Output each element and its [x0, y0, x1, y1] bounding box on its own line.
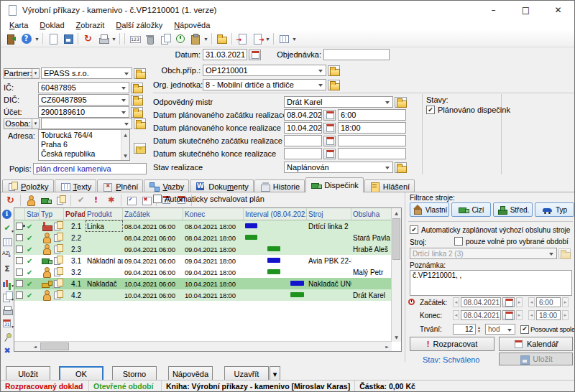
osoba-dropdown-button[interactable]: ▼ [32, 118, 40, 129]
datum-calendar-button[interactable] [249, 50, 261, 60]
column-header-select[interactable] [14, 208, 25, 220]
row-checkbox[interactable] [16, 257, 23, 264]
table-horizontal-scrollbar[interactable]: ◄ ► [14, 341, 392, 351]
help-button[interactable] [19, 32, 34, 46]
trvani-input[interactable]: 12 [453, 324, 476, 335]
gantt-bar-blue[interactable] [245, 223, 258, 228]
konec-date-next-button[interactable]: ► [516, 310, 523, 320]
ucet-folder-button[interactable] [131, 107, 143, 118]
menu-dal-z-lo-ky[interactable]: Další záložky [110, 20, 168, 30]
auto-zaplanovat-checkbox[interactable] [410, 225, 418, 234]
tab-dispe-ink[interactable]: Dispečink [305, 177, 364, 192]
tab-hl-en-[interactable]: Hlášení [364, 179, 415, 192]
osoba-combo[interactable] [41, 118, 132, 129]
posouvat-checkbox[interactable] [520, 325, 529, 334]
konec-time-input[interactable]: 18:00 [536, 310, 561, 320]
columns-button[interactable] [1, 236, 13, 248]
plan-start-date-input[interactable]: 08.04.2021 [284, 109, 322, 121]
close-button[interactable]: ✕ [542, 1, 574, 19]
exit-app-button[interactable] [4, 32, 19, 46]
paste-dropdown[interactable]: ▼ [203, 32, 209, 46]
konec-calendar-button[interactable] [502, 310, 515, 320]
column-header-Pořadí[interactable]: Pořadí [64, 208, 86, 220]
gantt-bar-green[interactable] [267, 246, 280, 251]
person-add-button[interactable] [23, 193, 38, 207]
minimize-button[interactable]: – [477, 1, 510, 19]
export-dropdown[interactable]: ▼ [264, 32, 271, 46]
skut-end-date-input[interactable] [284, 148, 322, 159]
export-button[interactable] [249, 32, 264, 46]
zacatek-time-input[interactable]: 6:00 [536, 297, 561, 307]
gantt-bar-blue[interactable] [290, 281, 303, 286]
row-checkbox[interactable] [16, 234, 23, 241]
column-header-Stroj[interactable]: Stroj [307, 208, 351, 220]
table-row[interactable]: ✔2.208.04.2021 06:0008.04.2021 18:00Star… [14, 232, 392, 243]
print-dropdown[interactable]: ▼ [111, 32, 117, 46]
dic-combo[interactable]: CZ60487895 [38, 94, 129, 106]
adresa-email-button[interactable] [134, 143, 146, 154]
stroj-folder-button[interactable] [558, 248, 571, 259]
filter-st-ed--button[interactable]: Střed. [493, 202, 533, 217]
check-green-button[interactable]: ✔▼ [1, 223, 13, 234]
grid-dropdown[interactable]: ▼ [291, 32, 298, 46]
orgjednotka-combo[interactable]: 8 - Mobilní drtiče a třidiče [203, 79, 326, 90]
ulozit-panel-button[interactable]: Uložit [499, 353, 573, 365]
print-button[interactable] [1, 304, 13, 316]
osoba-label-button[interactable]: Osoba: [4, 118, 32, 129]
popis-input[interactable]: plán drcení kameniva [33, 163, 147, 174]
trvani-spinner[interactable]: ▲▼ [477, 326, 481, 333]
paste-button[interactable] [188, 32, 203, 46]
zacatek-date-prev-button[interactable]: ◄ [453, 297, 459, 307]
copy-button[interactable] [157, 32, 172, 46]
pages-add-button[interactable] [53, 193, 68, 207]
row-checkbox[interactable] [16, 280, 23, 287]
menu-karta[interactable]: Karta [4, 20, 34, 30]
gantt-bar-green[interactable] [267, 269, 280, 274]
plan-end-calendar-button[interactable] [323, 123, 336, 134]
table-row[interactable]: ✔2.309.04.2021 06:0009.04.2021 18:00Hrab… [14, 243, 392, 255]
sort-button[interactable] [1, 250, 13, 261]
skut-start-time-input[interactable] [338, 135, 406, 146]
gantt-bar-green[interactable] [290, 292, 303, 297]
x-blue-button[interactable]: ✖ [1, 345, 13, 357]
partner-folder-button[interactable] [134, 68, 146, 79]
auto-schvalovat-checkbox[interactable] [153, 195, 162, 203]
truck-button[interactable] [38, 193, 53, 207]
refresh-button[interactable]: ↻ [80, 32, 96, 46]
column-header-Obsluha[interactable]: Obsluha [351, 208, 392, 220]
help-dropdown[interactable]: ▼ [34, 32, 40, 46]
table-row[interactable]: ▶✔2.1Linka08.04.2021 06:0008.04.2021 18:… [14, 220, 392, 232]
table-cal-button[interactable]: ▼ [1, 318, 13, 330]
obchprip-folder-button[interactable] [328, 65, 340, 76]
star-red-button[interactable]: ✱ [104, 193, 119, 207]
plan-start-time-input[interactable]: 6:00 [338, 109, 406, 121]
poznamka-textarea[interactable]: č.VP1210001, , [410, 270, 572, 296]
table-row[interactable]: ✔4.210.04.2021 06:0010.04.2021 18:00Drát… [14, 289, 392, 301]
column-header-Začátek[interactable]: Začátek [123, 208, 183, 220]
partner-label-button[interactable]: Partner: [4, 68, 32, 79]
import-button[interactable] [234, 32, 249, 46]
konec-time-next-button[interactable]: ► [562, 310, 569, 320]
table-row[interactable]: ✔3.1Nákladní auto09.04.2021 06:0009.04.2… [14, 255, 392, 266]
grid-button[interactable] [276, 32, 291, 46]
skut-end-calendar-button[interactable] [323, 149, 336, 159]
column-header-Stav[interactable]: Stav [25, 208, 40, 220]
plan-start-calendar-button[interactable] [323, 110, 336, 121]
row-checkbox[interactable] [16, 246, 23, 253]
tab-polo-ky[interactable]: Položky [2, 179, 54, 192]
gantt-bar-green[interactable] [245, 235, 258, 240]
copy-button[interactable]: ▼ [1, 291, 13, 302]
list-check-button[interactable] [124, 193, 139, 207]
history-clock-button[interactable] [172, 32, 188, 46]
konec-date-prev-button[interactable]: ◄ [453, 310, 459, 320]
table-row[interactable]: ✔3.209.04.2021 06:0009.04.2021 18:00Malý… [14, 266, 392, 278]
maximize-button[interactable]: □ [510, 1, 542, 19]
save-button[interactable] [60, 32, 75, 46]
zacatek-date-next-button[interactable]: ► [516, 297, 523, 307]
objednavka-input[interactable] [323, 49, 390, 60]
column-header-Konec[interactable]: Konec [183, 208, 244, 220]
stav-realizace-combo[interactable]: Naplánován [284, 162, 393, 173]
tab-dokumenty[interactable]: Dokumenty [190, 179, 254, 192]
list-x-button[interactable] [139, 193, 154, 207]
row-checkbox[interactable] [16, 269, 23, 276]
